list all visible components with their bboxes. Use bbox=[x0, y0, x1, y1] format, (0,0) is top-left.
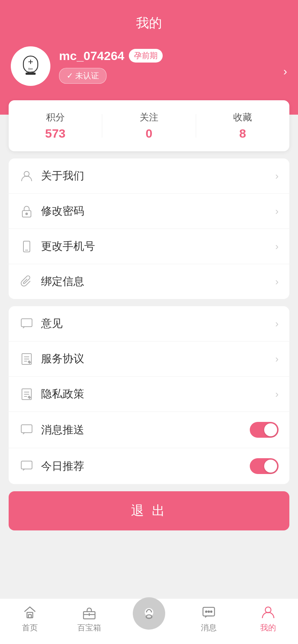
stat-following-label: 关注 bbox=[140, 111, 158, 124]
chat-icon-recommend bbox=[19, 459, 34, 473]
svg-text:Quiet: Quiet bbox=[28, 70, 33, 73]
toolbox-icon bbox=[81, 604, 97, 620]
menu-item-feedback[interactable]: 意见 › bbox=[9, 306, 289, 341]
menu-label-recommend: 今日推荐 bbox=[41, 459, 250, 474]
svg-point-6 bbox=[24, 171, 29, 176]
chevron-icon-about: › bbox=[275, 170, 279, 182]
stat-following[interactable]: 关注 0 bbox=[102, 111, 195, 141]
menu-label-bind: 绑定信息 bbox=[41, 274, 275, 289]
recommend-toggle[interactable] bbox=[250, 458, 279, 474]
bottom-nav: 首页 百宝箱 bbox=[0, 598, 298, 644]
svg-point-31 bbox=[208, 611, 209, 612]
svg-point-32 bbox=[211, 611, 212, 612]
svg-point-30 bbox=[206, 611, 207, 612]
notification-toggle[interactable] bbox=[250, 422, 279, 438]
menu-item-notification[interactable]: 消息推送 bbox=[9, 412, 289, 448]
menu-item-recommend[interactable]: 今日推荐 bbox=[9, 448, 289, 484]
svg-text:Bee: Bee bbox=[28, 68, 33, 70]
menu-item-phone[interactable]: 更改手机号 › bbox=[9, 229, 289, 264]
chevron-icon-service: › bbox=[275, 353, 279, 365]
profile-tag: 孕前期 bbox=[129, 49, 163, 63]
lock-icon bbox=[19, 204, 34, 218]
menu-item-bind[interactable]: 绑定信息 › bbox=[9, 264, 289, 299]
stats-card: 积分 573 关注 0 收藏 8 bbox=[9, 100, 289, 151]
profile-info: mc_074264 孕前期 ✓ 未认证 bbox=[59, 49, 287, 84]
svg-rect-3 bbox=[26, 73, 36, 75]
header-area: 我的 Bee Quiet mc_074264 孕前期 ✓ 未认证 › bbox=[0, 0, 298, 115]
nav-item-toolbox[interactable]: 百宝箱 bbox=[60, 604, 119, 633]
mine-icon bbox=[260, 604, 276, 620]
chevron-icon-phone: › bbox=[275, 241, 279, 252]
message-icon bbox=[201, 604, 217, 620]
stat-favorites-value: 8 bbox=[239, 126, 246, 141]
stat-following-value: 0 bbox=[146, 126, 153, 141]
profile-name-row: mc_074264 孕前期 bbox=[59, 49, 287, 63]
profile-username: mc_074264 bbox=[59, 49, 125, 63]
svg-point-8 bbox=[26, 213, 28, 215]
menu-label-notification: 消息推送 bbox=[41, 423, 250, 437]
home-icon bbox=[22, 604, 38, 620]
menu-label-password: 修改密码 bbox=[41, 204, 275, 218]
menu-item-privacy[interactable]: 隐私政策 › bbox=[9, 377, 289, 412]
chevron-icon-password: › bbox=[275, 206, 279, 217]
verify-checkmark: ✓ bbox=[67, 71, 73, 80]
menu-item-about[interactable]: 关于我们 › bbox=[9, 158, 289, 194]
menu-label-service: 服务协议 bbox=[41, 351, 275, 366]
nav-item-messages[interactable]: 消息 bbox=[179, 604, 239, 633]
svg-rect-11 bbox=[21, 319, 32, 327]
chevron-icon-privacy: › bbox=[275, 388, 279, 400]
phone-icon bbox=[19, 239, 34, 254]
profile-row: Bee Quiet mc_074264 孕前期 ✓ 未认证 › bbox=[11, 46, 287, 86]
svg-rect-22 bbox=[27, 612, 33, 618]
stat-points-value: 573 bbox=[45, 126, 66, 141]
menu-label-about: 关于我们 bbox=[41, 169, 275, 183]
avatar[interactable]: Bee Quiet bbox=[11, 46, 50, 86]
svg-rect-20 bbox=[21, 425, 32, 433]
svg-rect-21 bbox=[21, 461, 32, 469]
stat-favorites[interactable]: 收藏 8 bbox=[196, 111, 289, 141]
menu-section-1: 关于我们 › 修改密码 › 更改手机号 › 绑 bbox=[9, 158, 289, 299]
menu-item-password[interactable]: 修改密码 › bbox=[9, 194, 289, 229]
nav-item-home[interactable]: 首页 bbox=[0, 604, 60, 633]
svg-point-33 bbox=[265, 607, 271, 613]
menu-label-feedback: 意见 bbox=[41, 316, 275, 331]
doc-icon-privacy bbox=[19, 387, 34, 401]
verify-badge[interactable]: ✓ 未认证 bbox=[59, 68, 107, 84]
nav-label-home: 首页 bbox=[22, 622, 38, 633]
svg-rect-23 bbox=[28, 615, 31, 618]
chevron-icon-bind: › bbox=[275, 276, 279, 288]
chat-icon-notification bbox=[19, 423, 34, 437]
paperclip-icon bbox=[19, 275, 34, 289]
verify-label: 未认证 bbox=[75, 70, 99, 81]
nav-item-mine[interactable]: 我的 bbox=[238, 604, 298, 633]
content-spacer bbox=[0, 539, 298, 598]
menu-section-2: 意见 › 服务协议 › 隐私政策 › bbox=[9, 306, 289, 484]
center-nav-button[interactable] bbox=[133, 597, 165, 630]
nav-label-mine: 我的 bbox=[260, 622, 276, 633]
stat-favorites-label: 收藏 bbox=[233, 111, 252, 124]
stat-points-label: 积分 bbox=[46, 111, 65, 124]
page-title: 我的 bbox=[11, 14, 287, 32]
doc-icon-service bbox=[19, 352, 34, 366]
menu-label-phone: 更改手机号 bbox=[41, 239, 275, 254]
chat-icon-feedback bbox=[19, 317, 34, 331]
menu-label-privacy: 隐私政策 bbox=[41, 387, 275, 401]
profile-chevron-icon[interactable]: › bbox=[283, 65, 287, 78]
stat-points[interactable]: 积分 573 bbox=[9, 111, 102, 141]
chevron-icon-feedback: › bbox=[275, 318, 279, 330]
menu-item-service[interactable]: 服务协议 › bbox=[9, 341, 289, 377]
nav-label-messages: 消息 bbox=[201, 622, 217, 633]
logout-button[interactable]: 退 出 bbox=[9, 491, 289, 530]
nav-label-toolbox: 百宝箱 bbox=[77, 622, 101, 633]
nav-center bbox=[119, 608, 179, 630]
person-icon bbox=[19, 169, 34, 183]
